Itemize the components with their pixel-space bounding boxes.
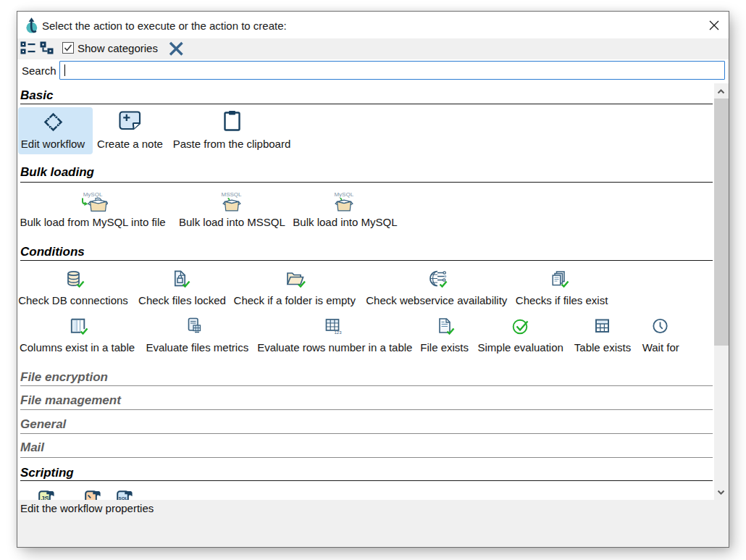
- svg-text:123: 123: [335, 330, 343, 335]
- svg-text:JS: JS: [41, 495, 49, 500]
